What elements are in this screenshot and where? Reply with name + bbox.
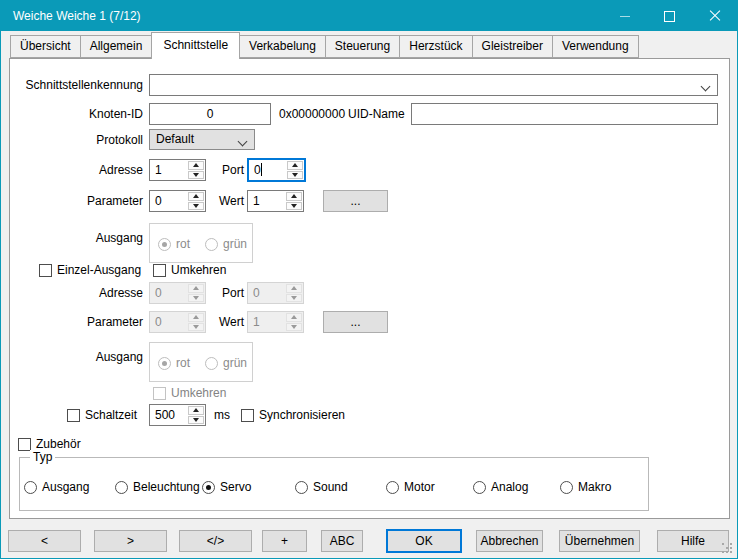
radio-icon xyxy=(560,481,573,494)
tab-herzstueck[interactable]: Herzstück xyxy=(399,35,472,58)
spin-up-icon[interactable] xyxy=(188,192,204,201)
checkbox-icon xyxy=(241,409,254,422)
tab-steuerung[interactable]: Steuerung xyxy=(325,35,400,58)
tab-verkabelung[interactable]: Verkabelung xyxy=(239,35,326,58)
tab-strip: Übersicht Allgemein Schnittstelle Verkab… xyxy=(10,32,639,59)
radio-gruen-label: grün xyxy=(223,237,247,251)
radio-servo[interactable]: Servo xyxy=(202,480,251,494)
checkbox-icon xyxy=(39,264,52,277)
apply-button[interactable]: Übernehmen xyxy=(559,530,640,552)
spin-down-icon[interactable] xyxy=(188,416,204,425)
radio-analog[interactable]: Analog xyxy=(473,480,528,494)
switch-time-label: Schaltzeit xyxy=(85,408,137,422)
radio-makro-label: Makro xyxy=(578,480,611,494)
address1-value: 1 xyxy=(150,160,187,180)
spin-up-icon[interactable] xyxy=(188,406,204,415)
node-id-input[interactable]: 0 xyxy=(149,103,271,125)
radio-sound[interactable]: Sound xyxy=(295,480,348,494)
tab-uebersicht[interactable]: Übersicht xyxy=(10,35,81,58)
output1-group: rot grün xyxy=(149,223,253,263)
invert1-checkbox[interactable]: Umkehren xyxy=(153,263,226,277)
spin-down-icon xyxy=(188,323,204,332)
value2-label: Wert xyxy=(206,311,244,333)
radio-ausgang-label: Ausgang xyxy=(42,480,89,494)
radio-icon xyxy=(158,357,171,370)
spin-up-icon xyxy=(188,313,204,322)
ok-button[interactable]: OK xyxy=(386,529,462,553)
single-output-checkbox[interactable]: Einzel-Ausgang xyxy=(39,263,141,277)
spin-down-icon[interactable] xyxy=(287,171,303,180)
minimize-button[interactable] xyxy=(602,1,647,31)
parameter2-label: Parameter xyxy=(13,311,143,333)
radio-servo-label: Servo xyxy=(220,480,251,494)
tab-schnittstelle[interactable]: Schnittstelle xyxy=(151,32,240,59)
abc-button[interactable]: ABC xyxy=(321,530,363,552)
switch-time-spinner[interactable]: 500 xyxy=(149,404,206,426)
accessory-checkbox[interactable]: Zubehör xyxy=(18,437,81,451)
output1-label: Ausgang xyxy=(13,227,143,249)
spin-up-icon[interactable] xyxy=(188,161,204,170)
minimize-icon xyxy=(620,16,630,17)
radio-ausgang[interactable]: Ausgang xyxy=(24,480,89,494)
radio-rot-1[interactable]: rot xyxy=(158,237,190,251)
value1-spinner[interactable]: 1 xyxy=(247,190,304,212)
spin-down-icon xyxy=(286,294,302,303)
radio-icon xyxy=(115,481,128,494)
tab-gleistreiber[interactable]: Gleistreiber xyxy=(472,35,553,58)
value1-value: 1 xyxy=(248,191,285,211)
radio-icon xyxy=(158,238,171,251)
maximize-button[interactable] xyxy=(647,1,692,31)
code-button[interactable]: </> xyxy=(179,530,252,552)
more2-button[interactable]: ... xyxy=(323,311,388,333)
radio-motor[interactable]: Motor xyxy=(386,480,435,494)
node-id-label: Knoten-ID xyxy=(13,103,143,125)
accessory-label: Zubehör xyxy=(36,437,81,451)
parameter2-spinner: 0 xyxy=(149,311,206,333)
protocol-dropdown[interactable]: Default xyxy=(149,129,255,150)
spin-down-icon[interactable] xyxy=(286,202,302,211)
value2-spinner: 1 xyxy=(247,311,304,333)
switch-time-value: 500 xyxy=(150,405,187,425)
help-button[interactable]: Hilfe xyxy=(657,530,729,552)
spin-down-icon[interactable] xyxy=(188,171,204,180)
tab-allgemein[interactable]: Allgemein xyxy=(80,35,153,58)
add-button[interactable]: + xyxy=(262,530,307,552)
switch-time-checkbox[interactable]: Schaltzeit xyxy=(67,408,137,422)
spin-down-icon xyxy=(286,323,302,332)
cancel-button[interactable]: Abbrechen xyxy=(476,530,543,552)
radio-beleuchtung[interactable]: Beleuchtung xyxy=(115,480,200,494)
parameter1-spinner[interactable]: 0 xyxy=(149,190,206,212)
port2-label: Port xyxy=(206,282,244,304)
value2-value: 1 xyxy=(248,312,285,332)
resize-grip[interactable] xyxy=(722,543,733,554)
spin-down-icon[interactable] xyxy=(188,202,204,211)
tab-verwendung[interactable]: Verwendung xyxy=(552,35,639,58)
close-button[interactable] xyxy=(692,1,737,31)
synchronize-checkbox[interactable]: Synchronisieren xyxy=(241,408,345,422)
output2-label: Ausgang xyxy=(13,346,143,368)
window-title: Weiche Weiche 1 (7/12) xyxy=(13,9,141,23)
chevron-down-icon[interactable] xyxy=(701,82,711,92)
port1-label: Port xyxy=(206,159,244,181)
spin-up-icon xyxy=(286,313,302,322)
invert2-label: Umkehren xyxy=(171,386,226,400)
spin-up-icon[interactable] xyxy=(286,192,302,201)
prev-button[interactable]: < xyxy=(8,530,81,552)
address1-spinner[interactable]: 1 xyxy=(149,159,206,181)
radio-gruen-label: grün xyxy=(223,356,247,370)
spin-up-icon xyxy=(188,284,204,293)
radio-icon xyxy=(295,481,308,494)
interface-id-combobox[interactable] xyxy=(149,74,718,96)
port1-spinner[interactable]: 0 xyxy=(247,158,306,182)
more1-button[interactable]: ... xyxy=(323,190,388,212)
maximize-icon xyxy=(664,11,675,22)
radio-makro[interactable]: Makro xyxy=(560,480,611,494)
address2-label: Adresse xyxy=(13,282,143,304)
radio-gruen-1[interactable]: grün xyxy=(205,237,247,251)
spin-up-icon[interactable] xyxy=(287,161,303,170)
titlebar: Weiche Weiche 1 (7/12) xyxy=(1,1,737,31)
uid-name-input[interactable] xyxy=(411,103,718,125)
next-button[interactable]: > xyxy=(94,530,167,552)
checkbox-icon xyxy=(18,438,31,451)
node-id-hex: 0x00000000 xyxy=(279,103,345,125)
